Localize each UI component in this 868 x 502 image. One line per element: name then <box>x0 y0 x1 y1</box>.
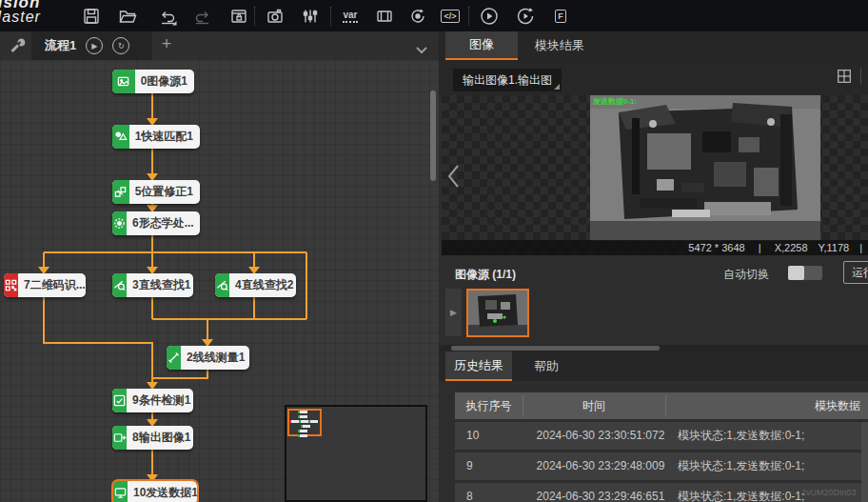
position-fix-icon <box>112 180 129 204</box>
auto-switch-label: 自动切换 <box>723 267 769 283</box>
tab-history-result[interactable]: 历史结果 <box>445 351 512 381</box>
col-module-data: 模块数据 <box>665 392 860 419</box>
minimap-node <box>298 430 307 432</box>
tab-image[interactable]: 图像 <box>445 31 518 60</box>
adjust-sliders-icon[interactable] <box>300 6 321 27</box>
thumbnail-expander-icon[interactable]: ▶ <box>445 289 462 336</box>
line-find-icon <box>112 273 127 297</box>
inspection-photo <box>590 95 820 241</box>
image-source-icon <box>112 70 135 93</box>
cell-data: 模块状态:1,发送数据:0-1; <box>678 483 804 502</box>
minimap-node <box>299 420 308 423</box>
output-image-icon <box>112 426 127 450</box>
cell-data: 模块状态:1,发送数据:0-1; <box>678 422 804 450</box>
tab-help[interactable]: 帮助 <box>512 351 581 381</box>
flow-header-bar: 流程1 ▶ ↻ + <box>0 31 439 60</box>
cell-seq: 10 <box>466 422 479 450</box>
column-separator <box>665 395 666 416</box>
run-once-icon[interactable] <box>479 6 500 27</box>
flow-node[interactable]: 1快速匹配1 <box>112 125 200 149</box>
wrench-icon[interactable] <box>8 36 27 55</box>
lock-window-icon[interactable] <box>228 6 249 27</box>
layout-grid-icon[interactable] <box>836 68 853 89</box>
flow-tab-label: 流程1 <box>45 37 76 54</box>
toolbar-separator <box>468 7 469 26</box>
qrcode-icon <box>4 273 18 297</box>
flow-node[interactable]: 4直线查找2 <box>215 273 296 297</box>
toolbar-separator <box>330 7 331 26</box>
toolbar-separator <box>254 7 255 26</box>
scrollbar-thumb[interactable] <box>451 346 660 351</box>
line-find-icon <box>215 273 229 297</box>
minimap-node <box>289 420 299 423</box>
io-module-icon[interactable] <box>374 6 395 27</box>
canvas-vertical-scrollbar[interactable] <box>430 90 436 181</box>
minimap-node <box>298 415 307 418</box>
fast-match-icon <box>112 125 129 149</box>
morphology-icon <box>112 211 127 235</box>
col-time: 时间 <box>523 392 665 419</box>
result-overlay-text: 发送数据0-1: <box>593 96 637 107</box>
flow-node[interactable]: 2线线测量1 <box>167 346 249 370</box>
cell-time: 2024-06-30 23:29:48:009 <box>529 452 672 480</box>
column-separator <box>523 395 523 416</box>
cell-seq: 8 <box>466 483 473 502</box>
add-flow-button[interactable]: + <box>155 34 178 54</box>
cell-time: 2024-06-30 23:30:51:072 <box>529 422 672 450</box>
tab-module-result[interactable]: 模块结果 <box>518 31 602 60</box>
history-tabbar: 历史结果 帮助 <box>439 351 868 381</box>
cell-time: 2024-06-30 23:29:46:651 <box>529 483 672 502</box>
flow-node[interactable]: 9条件检测1 <box>112 389 193 412</box>
save-icon[interactable] <box>81 6 102 27</box>
history-table: 执行序号 时间 模块数据 10 2024-06-30 23:30:51:072 … <box>455 392 868 502</box>
viewer-toolbar-separator <box>860 68 861 85</box>
logo-line2: Master <box>0 9 41 26</box>
history-table-header: 执行序号 时间 模块数据 <box>455 392 868 419</box>
cell-data: 模块状态:1,发送数据:0-1; <box>678 452 804 480</box>
line-measure-icon <box>167 346 181 370</box>
flow-node[interactable]: 6形态学处... <box>112 211 200 235</box>
history-vertical-scrollbar[interactable] <box>861 422 868 502</box>
right-panel-tabbar: 图像 模块结果 <box>439 31 868 60</box>
flow-node[interactable]: 0图像源1 <box>112 70 194 93</box>
image-status-bar: 5472 * 3648 | X,2258 Y,1178 | <box>442 240 868 255</box>
cell-seq: 9 <box>466 452 473 480</box>
flow-node[interactable]: 3直线查找1 <box>112 273 193 297</box>
minimap-node <box>298 434 307 437</box>
toggle-knob <box>788 266 804 280</box>
run-button[interactable]: 运行 <box>843 261 868 284</box>
flow-node[interactable]: 5位置修正1 <box>112 180 200 204</box>
flow-node[interactable]: 7二维码识... <box>4 273 86 297</box>
flow-list-chevron-icon[interactable] <box>415 41 428 58</box>
flow-canvas[interactable]: 0图像源1 1快速匹配1 5位置修正1 6形态学处... 7二维码识... 3直… <box>0 60 439 502</box>
flow-minimap[interactable] <box>285 405 427 502</box>
watermark-text: 2vUM20DIn03 <box>801 488 857 497</box>
thumbnail-strip: ▶ <box>439 286 868 343</box>
undo-icon[interactable] <box>157 6 178 27</box>
run-continuous-icon[interactable] <box>515 6 536 27</box>
flow-node[interactable]: 8输出图像1 <box>112 426 193 450</box>
previous-image-chevron-icon[interactable] <box>445 162 461 194</box>
thumbnail-horizontal-scrollbar[interactable] <box>439 345 868 351</box>
minimap-node <box>298 411 307 413</box>
script-icon[interactable]: </> <box>440 6 461 27</box>
flow-node-selected[interactable]: 10发送数据1 <box>113 481 197 502</box>
auto-switch-toggle[interactable] <box>788 266 822 280</box>
camera-icon[interactable] <box>265 6 286 27</box>
flow-run-once-icon[interactable]: ▶ <box>86 37 103 54</box>
image-source-label: 图像源 (1/1) <box>455 267 516 283</box>
flow-run-loop-icon[interactable]: ↻ <box>112 37 129 54</box>
condition-check-icon <box>112 389 127 412</box>
global-trigger-icon[interactable] <box>407 6 428 27</box>
image-thumbnail[interactable] <box>466 289 529 337</box>
top-toolbar: Vision Master var <box>0 0 868 31</box>
image-source-dropdown[interactable]: 输出图像1.输出图 <box>453 69 562 91</box>
variables-icon[interactable]: var <box>340 6 361 27</box>
open-folder-icon[interactable] <box>117 6 138 27</box>
minimap-node <box>308 420 318 423</box>
history-row[interactable]: 9 2024-06-30 23:29:48:009 模块状态:1,发送数据:0-… <box>455 452 868 480</box>
redo-icon[interactable] <box>192 6 213 27</box>
flow-tab[interactable]: 流程1 ▶ ↻ <box>31 31 152 60</box>
history-row[interactable]: 10 2024-06-30 23:30:51:072 模块状态:1,发送数据:0… <box>455 422 868 450</box>
format-icon[interactable]: F <box>550 6 571 27</box>
